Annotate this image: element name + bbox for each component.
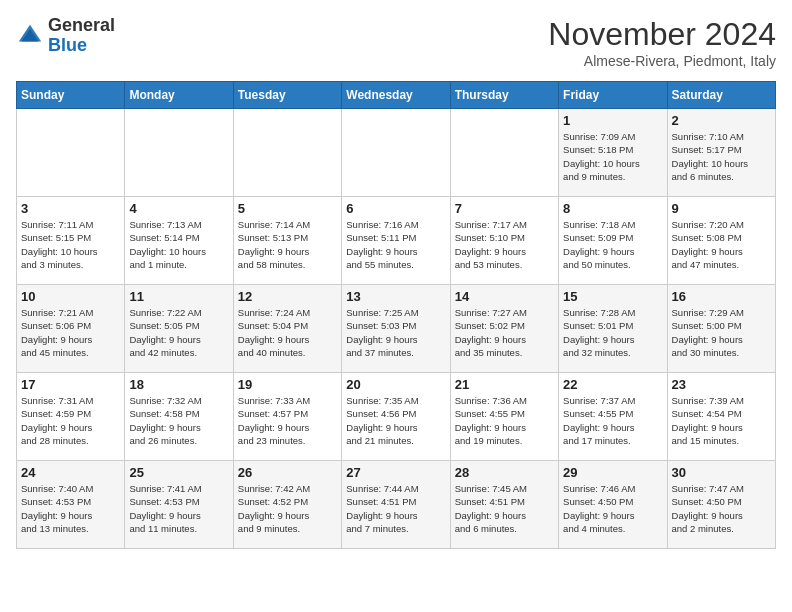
logo-blue-text: Blue [48, 35, 87, 55]
day-info: Sunrise: 7:18 AM Sunset: 5:09 PM Dayligh… [563, 218, 662, 271]
week-row-2: 3Sunrise: 7:11 AM Sunset: 5:15 PM Daylig… [17, 197, 776, 285]
header-cell-wednesday: Wednesday [342, 82, 450, 109]
day-number: 11 [129, 289, 228, 304]
day-info: Sunrise: 7:11 AM Sunset: 5:15 PM Dayligh… [21, 218, 120, 271]
day-info: Sunrise: 7:40 AM Sunset: 4:53 PM Dayligh… [21, 482, 120, 535]
day-info: Sunrise: 7:28 AM Sunset: 5:01 PM Dayligh… [563, 306, 662, 359]
day-cell [450, 109, 558, 197]
week-row-5: 24Sunrise: 7:40 AM Sunset: 4:53 PM Dayli… [17, 461, 776, 549]
header-cell-monday: Monday [125, 82, 233, 109]
day-info: Sunrise: 7:20 AM Sunset: 5:08 PM Dayligh… [672, 218, 771, 271]
calendar-body: 1Sunrise: 7:09 AM Sunset: 5:18 PM Daylig… [17, 109, 776, 549]
day-cell: 20Sunrise: 7:35 AM Sunset: 4:56 PM Dayli… [342, 373, 450, 461]
day-info: Sunrise: 7:14 AM Sunset: 5:13 PM Dayligh… [238, 218, 337, 271]
day-number: 12 [238, 289, 337, 304]
day-info: Sunrise: 7:27 AM Sunset: 5:02 PM Dayligh… [455, 306, 554, 359]
header-row: SundayMondayTuesdayWednesdayThursdayFrid… [17, 82, 776, 109]
day-info: Sunrise: 7:29 AM Sunset: 5:00 PM Dayligh… [672, 306, 771, 359]
day-info: Sunrise: 7:31 AM Sunset: 4:59 PM Dayligh… [21, 394, 120, 447]
logo: General Blue [16, 16, 115, 56]
header-cell-friday: Friday [559, 82, 667, 109]
day-info: Sunrise: 7:39 AM Sunset: 4:54 PM Dayligh… [672, 394, 771, 447]
day-info: Sunrise: 7:10 AM Sunset: 5:17 PM Dayligh… [672, 130, 771, 183]
day-cell: 15Sunrise: 7:28 AM Sunset: 5:01 PM Dayli… [559, 285, 667, 373]
day-cell: 29Sunrise: 7:46 AM Sunset: 4:50 PM Dayli… [559, 461, 667, 549]
day-cell: 1Sunrise: 7:09 AM Sunset: 5:18 PM Daylig… [559, 109, 667, 197]
header-cell-tuesday: Tuesday [233, 82, 341, 109]
day-number: 4 [129, 201, 228, 216]
day-info: Sunrise: 7:45 AM Sunset: 4:51 PM Dayligh… [455, 482, 554, 535]
day-info: Sunrise: 7:41 AM Sunset: 4:53 PM Dayligh… [129, 482, 228, 535]
day-info: Sunrise: 7:13 AM Sunset: 5:14 PM Dayligh… [129, 218, 228, 271]
day-number: 16 [672, 289, 771, 304]
day-number: 29 [563, 465, 662, 480]
day-cell: 5Sunrise: 7:14 AM Sunset: 5:13 PM Daylig… [233, 197, 341, 285]
day-info: Sunrise: 7:44 AM Sunset: 4:51 PM Dayligh… [346, 482, 445, 535]
week-row-1: 1Sunrise: 7:09 AM Sunset: 5:18 PM Daylig… [17, 109, 776, 197]
day-number: 15 [563, 289, 662, 304]
day-info: Sunrise: 7:25 AM Sunset: 5:03 PM Dayligh… [346, 306, 445, 359]
day-cell: 28Sunrise: 7:45 AM Sunset: 4:51 PM Dayli… [450, 461, 558, 549]
day-info: Sunrise: 7:32 AM Sunset: 4:58 PM Dayligh… [129, 394, 228, 447]
day-info: Sunrise: 7:35 AM Sunset: 4:56 PM Dayligh… [346, 394, 445, 447]
day-number: 26 [238, 465, 337, 480]
day-number: 7 [455, 201, 554, 216]
day-info: Sunrise: 7:46 AM Sunset: 4:50 PM Dayligh… [563, 482, 662, 535]
day-cell: 23Sunrise: 7:39 AM Sunset: 4:54 PM Dayli… [667, 373, 775, 461]
day-number: 1 [563, 113, 662, 128]
day-number: 30 [672, 465, 771, 480]
day-number: 18 [129, 377, 228, 392]
day-cell: 7Sunrise: 7:17 AM Sunset: 5:10 PM Daylig… [450, 197, 558, 285]
day-cell [125, 109, 233, 197]
day-info: Sunrise: 7:16 AM Sunset: 5:11 PM Dayligh… [346, 218, 445, 271]
day-info: Sunrise: 7:21 AM Sunset: 5:06 PM Dayligh… [21, 306, 120, 359]
day-number: 22 [563, 377, 662, 392]
day-number: 17 [21, 377, 120, 392]
day-number: 5 [238, 201, 337, 216]
day-cell [342, 109, 450, 197]
day-cell: 4Sunrise: 7:13 AM Sunset: 5:14 PM Daylig… [125, 197, 233, 285]
logo-general-text: General [48, 15, 115, 35]
day-cell: 22Sunrise: 7:37 AM Sunset: 4:55 PM Dayli… [559, 373, 667, 461]
day-info: Sunrise: 7:22 AM Sunset: 5:05 PM Dayligh… [129, 306, 228, 359]
day-info: Sunrise: 7:33 AM Sunset: 4:57 PM Dayligh… [238, 394, 337, 447]
week-row-3: 10Sunrise: 7:21 AM Sunset: 5:06 PM Dayli… [17, 285, 776, 373]
day-info: Sunrise: 7:09 AM Sunset: 5:18 PM Dayligh… [563, 130, 662, 183]
day-cell: 14Sunrise: 7:27 AM Sunset: 5:02 PM Dayli… [450, 285, 558, 373]
day-number: 24 [21, 465, 120, 480]
calendar-header: SundayMondayTuesdayWednesdayThursdayFrid… [17, 82, 776, 109]
day-cell [17, 109, 125, 197]
day-cell: 24Sunrise: 7:40 AM Sunset: 4:53 PM Dayli… [17, 461, 125, 549]
page-header: General Blue November 2024 Almese-Rivera… [16, 16, 776, 69]
month-title: November 2024 [548, 16, 776, 53]
day-cell: 25Sunrise: 7:41 AM Sunset: 4:53 PM Dayli… [125, 461, 233, 549]
day-cell: 26Sunrise: 7:42 AM Sunset: 4:52 PM Dayli… [233, 461, 341, 549]
day-cell: 13Sunrise: 7:25 AM Sunset: 5:03 PM Dayli… [342, 285, 450, 373]
day-cell: 21Sunrise: 7:36 AM Sunset: 4:55 PM Dayli… [450, 373, 558, 461]
calendar-table: SundayMondayTuesdayWednesdayThursdayFrid… [16, 81, 776, 549]
day-number: 14 [455, 289, 554, 304]
week-row-4: 17Sunrise: 7:31 AM Sunset: 4:59 PM Dayli… [17, 373, 776, 461]
day-cell: 11Sunrise: 7:22 AM Sunset: 5:05 PM Dayli… [125, 285, 233, 373]
day-number: 27 [346, 465, 445, 480]
day-number: 13 [346, 289, 445, 304]
day-cell: 19Sunrise: 7:33 AM Sunset: 4:57 PM Dayli… [233, 373, 341, 461]
day-info: Sunrise: 7:17 AM Sunset: 5:10 PM Dayligh… [455, 218, 554, 271]
day-number: 8 [563, 201, 662, 216]
day-cell: 27Sunrise: 7:44 AM Sunset: 4:51 PM Dayli… [342, 461, 450, 549]
day-number: 19 [238, 377, 337, 392]
day-number: 20 [346, 377, 445, 392]
day-cell: 6Sunrise: 7:16 AM Sunset: 5:11 PM Daylig… [342, 197, 450, 285]
header-cell-thursday: Thursday [450, 82, 558, 109]
day-number: 6 [346, 201, 445, 216]
day-cell: 18Sunrise: 7:32 AM Sunset: 4:58 PM Dayli… [125, 373, 233, 461]
day-cell: 12Sunrise: 7:24 AM Sunset: 5:04 PM Dayli… [233, 285, 341, 373]
day-number: 9 [672, 201, 771, 216]
day-number: 28 [455, 465, 554, 480]
day-cell: 17Sunrise: 7:31 AM Sunset: 4:59 PM Dayli… [17, 373, 125, 461]
day-info: Sunrise: 7:37 AM Sunset: 4:55 PM Dayligh… [563, 394, 662, 447]
day-cell [233, 109, 341, 197]
header-cell-sunday: Sunday [17, 82, 125, 109]
day-cell: 16Sunrise: 7:29 AM Sunset: 5:00 PM Dayli… [667, 285, 775, 373]
day-cell: 2Sunrise: 7:10 AM Sunset: 5:17 PM Daylig… [667, 109, 775, 197]
